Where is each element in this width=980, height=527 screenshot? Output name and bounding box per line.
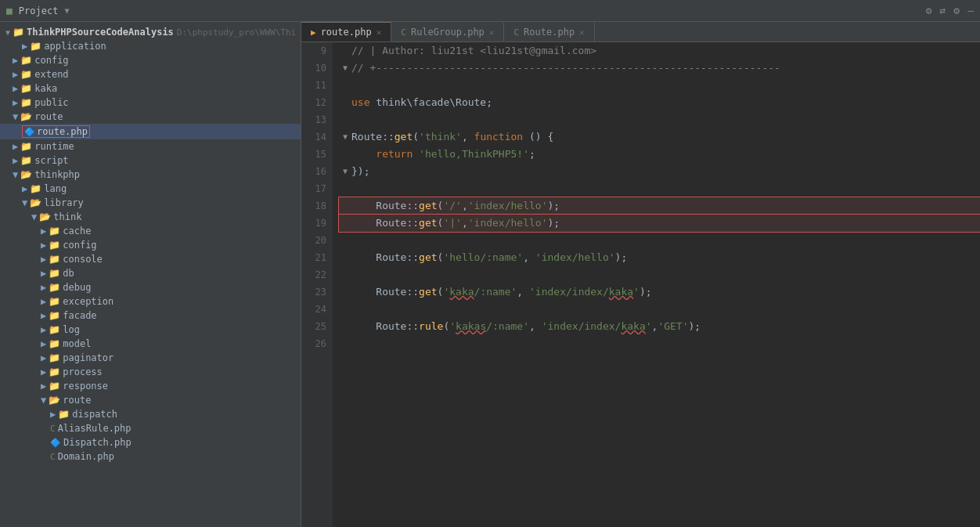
sidebar-item-exception[interactable]: ▶ 📁 exception: [0, 294, 301, 309]
sidebar-root[interactable]: ▼ 📁 ThinkPHPSourceCodeAnalysis D:\phpstu…: [0, 25, 301, 39]
label: Domain.php: [58, 451, 114, 462]
sidebar-item-script[interactable]: ▶ 📁 script: [0, 153, 301, 168]
editor-area: ▶ route.php ✕ C RuleGroup.php ✕ C Route.…: [301, 22, 980, 527]
sidebar-item-aliasrule[interactable]: C AliasRule.php: [0, 421, 301, 435]
sidebar-item-cache[interactable]: ▶ 📁 cache: [0, 224, 301, 238]
sidebar: ▼ 📁 ThinkPHPSourceCodeAnalysis D:\phpstu…: [0, 22, 301, 527]
title-controls: ⚙ ⇄ ⚙ —: [926, 5, 974, 16]
sidebar-item-route-folder[interactable]: ▼ 📂 route: [0, 110, 301, 124]
line-25-method: rule: [419, 318, 443, 335]
line-23-arg1: 'kaka/:name': [443, 283, 517, 301]
sidebar-item-process[interactable]: ▶ 📁 process: [0, 365, 301, 379]
settings-icon[interactable]: ⚙: [926, 5, 932, 16]
line-25-arg1: 'kakas/:name': [449, 318, 529, 335]
sidebar-item-dispatch-php[interactable]: 🔷 Dispatch.php: [0, 435, 301, 449]
line-18-p1: (: [438, 197, 444, 215]
label: AliasRule.php: [58, 423, 132, 434]
tab-close-routeclass[interactable]: ✕: [579, 27, 585, 38]
folder-icon: ▶: [41, 268, 46, 279]
line-20-text: [351, 232, 358, 249]
folder-icon: ▶: [41, 296, 46, 307]
label: runtime: [34, 141, 74, 152]
sidebar-item-extend[interactable]: ▶ 📁 extend: [0, 67, 301, 81]
folder-img: 📁: [20, 155, 32, 166]
sidebar-item-config[interactable]: ▶ 📁 config: [0, 53, 301, 67]
folder-icon: ▶: [41, 254, 46, 265]
folder-icon: ▶: [41, 282, 46, 293]
line-13-text: [351, 111, 358, 128]
sidebar-item-paginator[interactable]: ▶ 📁 paginator: [0, 351, 301, 365]
line-14-p2: () {: [529, 128, 553, 146]
folder-img: 📁: [49, 240, 60, 251]
line-23-class: Route: [376, 283, 406, 301]
folder-icon: ▶: [41, 310, 46, 321]
sidebar-item-log[interactable]: ▶ 📁 log: [0, 323, 301, 337]
folder-icon: ▶: [22, 183, 27, 194]
sidebar-item-route2[interactable]: ▼ 📂 route: [0, 393, 301, 407]
code-line-11: [339, 77, 980, 94]
sidebar-item-runtime[interactable]: ▶ 📁 runtime: [0, 139, 301, 153]
folder-icon: ▶: [13, 97, 18, 108]
line-26-text: [351, 335, 358, 352]
folder-img: 📁: [49, 338, 60, 349]
root-arrow: ▼: [3, 28, 13, 37]
sidebar-item-library[interactable]: ▼ 📂 library: [0, 196, 301, 210]
folder-icon: ▶: [41, 352, 46, 363]
sidebar-item-db[interactable]: ▶ 📁 db: [0, 266, 301, 280]
folder-open-icon: ▼: [13, 169, 18, 180]
sidebar-item-model[interactable]: ▶ 📁 model: [0, 337, 301, 351]
line-19-arg1: '|': [443, 215, 461, 232]
line-19-close: );: [547, 215, 560, 232]
tab-label: Route.php: [524, 27, 575, 38]
label: config: [63, 240, 96, 251]
title-dropdown-icon[interactable]: ▼: [64, 6, 69, 15]
folder-icon: ▶: [41, 324, 46, 335]
line-19-method: get: [419, 215, 437, 232]
line-19-class: Route: [376, 215, 406, 232]
code-line-22: [339, 266, 980, 283]
sidebar-item-response[interactable]: ▶ 📁 response: [0, 379, 301, 393]
fold-icon-16[interactable]: ▼: [339, 163, 351, 180]
line-15-semi: ;: [529, 146, 535, 163]
tab-route-php[interactable]: ▶ route.php ✕: [301, 22, 391, 42]
sidebar-item-console[interactable]: ▶ 📁 console: [0, 252, 301, 266]
tab-route-class-php[interactable]: C Route.php ✕: [504, 23, 594, 42]
line-15-return: return: [376, 146, 419, 163]
sidebar-item-domain-php[interactable]: C Domain.php: [0, 449, 301, 464]
folder-icon: ▶: [41, 240, 46, 251]
tab-label: RuleGroup.php: [411, 27, 485, 38]
line-num-15: 15: [308, 146, 326, 163]
folder-icon: ▶: [50, 409, 56, 420]
gear-icon[interactable]: ⚙: [953, 5, 960, 16]
sidebar-item-application[interactable]: ▶ 📁 application: [0, 39, 301, 53]
fold-icon-14[interactable]: ▼: [339, 128, 351, 146]
tab-rulegroup-php[interactable]: C RuleGroup.php ✕: [391, 23, 504, 42]
folder-icon: ▶: [41, 226, 46, 236]
label: cache: [63, 226, 91, 236]
split-icon[interactable]: ⇄: [940, 5, 946, 16]
label: facade: [63, 310, 96, 321]
sidebar-item-facade[interactable]: ▶ 📁 facade: [0, 309, 301, 323]
line-12-use: use: [351, 94, 376, 111]
line-num-24: 24: [308, 301, 326, 318]
line-14-method: get: [395, 128, 413, 146]
code-line-24: [339, 301, 980, 318]
sidebar-item-debug[interactable]: ▶ 📁 debug: [0, 280, 301, 294]
folder-img: 📂: [49, 395, 60, 406]
sidebar-item-thinkphp[interactable]: ▼ 📂 thinkphp: [0, 168, 301, 182]
line-19-comma: ,: [462, 215, 468, 232]
tab-close-route[interactable]: ✕: [377, 27, 382, 38]
sidebar-item-kaka[interactable]: ▶ 📁 kaka: [0, 81, 301, 96]
sidebar-item-dispatch[interactable]: ▶ 📁 dispatch: [0, 407, 301, 421]
sidebar-item-route-php[interactable]: 🔷 route.php: [0, 124, 301, 139]
file-icon-dispatch: 🔷: [50, 438, 61, 448]
sidebar-item-lang[interactable]: ▶ 📁 lang: [0, 182, 301, 196]
fold-icon-10[interactable]: ▼: [339, 60, 351, 77]
label: process: [63, 366, 103, 377]
sidebar-item-config2[interactable]: ▶ 📁 config: [0, 238, 301, 252]
tab-close-rulegroup[interactable]: ✕: [489, 27, 495, 38]
sidebar-item-public[interactable]: ▶ 📁 public: [0, 96, 301, 110]
sidebar-item-think[interactable]: ▼ 📂 think: [0, 210, 301, 224]
line-num-10: 10: [308, 60, 326, 77]
minimize-icon[interactable]: —: [967, 5, 974, 16]
